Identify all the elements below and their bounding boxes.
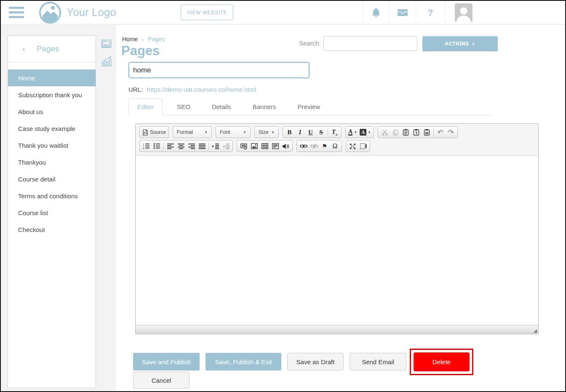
side-panel-header: ‹ Pages <box>8 36 96 62</box>
flag-icon: ⚑ <box>322 143 327 149</box>
page-name-input[interactable] <box>128 62 310 78</box>
align-right-button[interactable] <box>186 141 197 151</box>
text-color-button[interactable]: A▼ <box>347 127 358 137</box>
maximize-button[interactable] <box>347 141 358 151</box>
search-input[interactable] <box>323 36 417 51</box>
logo[interactable]: Your Logo <box>39 2 116 24</box>
insert-media-button[interactable] <box>238 141 249 151</box>
tab-preview[interactable]: Preview <box>291 98 327 115</box>
caret-down-icon: ▼ <box>243 131 246 134</box>
tab-seo[interactable]: SEO <box>170 98 198 115</box>
align-left-button[interactable] <box>165 141 176 151</box>
decrease-indent-button[interactable] <box>221 141 231 151</box>
increase-indent-button[interactable] <box>210 141 221 151</box>
underline-button[interactable]: U <box>305 127 316 137</box>
link-group: ⚑ Ω <box>296 140 342 152</box>
tab-bar: Editor SEO Details Banners Preview <box>128 98 491 115</box>
send-email-button[interactable]: Send Email <box>350 353 406 371</box>
source-button[interactable]: Source <box>141 127 167 137</box>
view-website-button[interactable]: VIEW WEBSITE <box>181 5 233 20</box>
paste-button[interactable] <box>400 127 411 137</box>
sidebar-item-course-detail[interactable]: Course detail <box>8 171 96 187</box>
page-title: Pages <box>121 43 160 59</box>
sidebar-item-terms-and-conditions[interactable]: Terms and conditions <box>8 187 96 204</box>
back-chevron-icon[interactable]: ‹ <box>22 44 25 54</box>
basic-styles-group: B I U S Tx <box>283 126 342 138</box>
save-as-draft-button[interactable]: Save as Draft <box>287 353 344 371</box>
insert-div-button[interactable] <box>270 141 280 151</box>
rich-text-editor: Source Format▼ Font▼ Size▼ B I U S Tx <box>135 123 539 334</box>
show-blocks-icon <box>360 143 367 149</box>
align-center-button[interactable] <box>176 141 186 151</box>
avatar-cell <box>445 1 565 24</box>
actions-dropdown-button[interactable]: ACTIONS▼ <box>422 36 498 51</box>
hamburger-menu-icon[interactable] <box>9 7 24 18</box>
remove-format-button[interactable]: Tx <box>329 127 340 137</box>
sidebar-item-checkout[interactable]: Checkout <box>8 221 96 238</box>
sidebar-item-case-study-example[interactable]: Case study example <box>8 120 96 137</box>
align-justify-icon <box>199 144 206 149</box>
link-button[interactable] <box>298 141 309 151</box>
logo-image-icon <box>39 2 61 24</box>
italic-button[interactable]: I <box>295 127 305 137</box>
font-dropdown[interactable]: Font▼ <box>216 126 251 138</box>
redo-icon: ↷ <box>448 129 454 136</box>
page-url-link[interactable]: https://demo-uat.courseo.co/home.html <box>147 86 256 93</box>
clipboard-group: T W <box>378 126 458 138</box>
tab-banners[interactable]: Banners <box>246 98 283 115</box>
top-bar: Your Logo VIEW WEBSITE <box>1 1 565 24</box>
url-label: URL: <box>128 86 143 93</box>
insert-audio-button[interactable] <box>280 141 291 151</box>
page-builder-icon[interactable] <box>101 39 112 49</box>
paste-from-word-button[interactable]: W <box>422 127 432 137</box>
breadcrumb-home[interactable]: Home <box>122 36 138 43</box>
save-publish-exit-button[interactable]: Save, Publish & Exit <box>206 353 281 371</box>
special-character-button[interactable]: Ω <box>330 141 340 151</box>
anchor-button[interactable]: ⚑ <box>319 141 330 151</box>
tab-editor[interactable]: Editor <box>128 98 163 115</box>
sidebar-item-about-us[interactable]: About us <box>8 103 96 120</box>
align-justify-button[interactable] <box>197 141 207 151</box>
scissors-icon <box>382 129 388 136</box>
size-dropdown[interactable]: Size▼ <box>254 126 279 138</box>
stats-chart-icon[interactable] <box>101 56 112 67</box>
undo-button[interactable]: ↶ <box>435 127 446 137</box>
inbox-button[interactable] <box>389 1 416 24</box>
sidebar-item-home[interactable]: Home <box>8 69 96 86</box>
cancel-button[interactable]: Cancel <box>133 372 190 389</box>
color-group: A▼ A▼ <box>345 126 374 138</box>
copy-button[interactable] <box>390 127 400 137</box>
caret-down-icon: ▼ <box>271 131 275 134</box>
show-blocks-button[interactable] <box>358 141 368 151</box>
strikethrough-button[interactable]: S <box>316 127 326 137</box>
redo-button[interactable]: ↷ <box>446 127 456 137</box>
background-color-button[interactable]: A▼ <box>358 127 372 137</box>
editor-toolbar: Source Format▼ Font▼ Size▼ B I U S Tx <box>136 124 538 156</box>
tab-details[interactable]: Details <box>205 98 238 115</box>
help-button[interactable]: ? <box>416 1 445 24</box>
insert-table-button[interactable] <box>259 141 270 151</box>
unlink-button[interactable] <box>309 141 319 151</box>
notifications-button[interactable] <box>363 1 389 24</box>
insert-group <box>237 140 293 152</box>
insert-image-button[interactable] <box>249 141 259 151</box>
paste-plain-text-button[interactable]: T <box>411 127 422 137</box>
save-and-publish-button[interactable]: Save and Publish <box>133 353 200 371</box>
resize-handle-icon[interactable]: ◢ <box>534 328 537 333</box>
breadcrumb-separator-icon: › <box>142 37 144 43</box>
sidebar-item-thank-you-waitlist[interactable]: Thank you waitlist <box>8 137 96 154</box>
omega-icon: Ω <box>333 142 338 150</box>
editor-content-area[interactable] <box>136 156 538 325</box>
sidebar-item-subscription-thank-you[interactable]: Subscription thank you <box>8 86 96 103</box>
bold-button[interactable]: B <box>284 127 295 137</box>
sidebar-item-course-list[interactable]: Course list <box>8 204 96 221</box>
sidebar-item-thankyou[interactable]: Thankyou <box>8 154 96 171</box>
bell-icon <box>371 7 381 18</box>
delete-button[interactable]: Delete <box>414 352 470 371</box>
cut-button[interactable] <box>379 127 390 137</box>
format-dropdown[interactable]: Format▼ <box>173 126 212 138</box>
numbered-list-button[interactable]: 1 2 <box>141 141 152 151</box>
avatar[interactable] <box>455 3 473 22</box>
paragraph-group: 1 2 <box>139 140 233 152</box>
bulleted-list-button[interactable] <box>152 141 162 151</box>
